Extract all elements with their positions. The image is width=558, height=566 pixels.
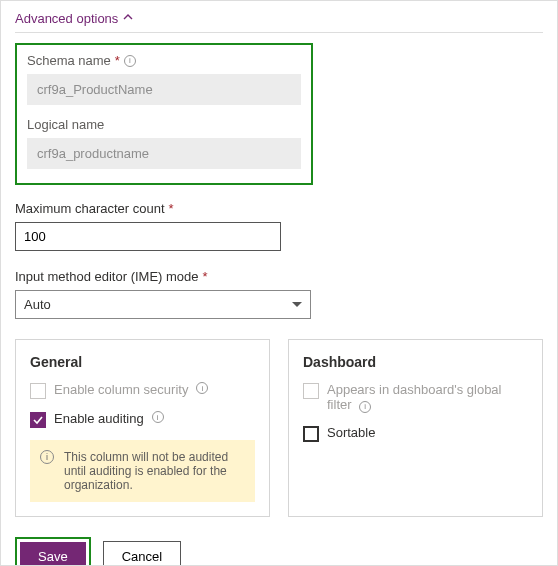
global-filter-checkbox[interactable] bbox=[303, 383, 319, 399]
save-highlight-box: Save bbox=[15, 537, 91, 566]
save-button[interactable]: Save bbox=[20, 542, 86, 566]
general-title: General bbox=[30, 354, 255, 370]
general-card: General Enable column security i Enable … bbox=[15, 339, 270, 517]
info-icon[interactable]: i bbox=[359, 401, 371, 413]
cancel-button[interactable]: Cancel bbox=[103, 541, 181, 566]
advanced-options-toggle[interactable]: Advanced options bbox=[15, 7, 543, 33]
info-icon: i bbox=[40, 450, 54, 464]
enable-column-security-checkbox[interactable] bbox=[30, 383, 46, 399]
schema-highlight-box: Schema name * i Logical name bbox=[15, 43, 313, 185]
auditing-warning: i This column will not be audited until … bbox=[30, 440, 255, 502]
logical-name-label: Logical name bbox=[27, 117, 301, 132]
info-icon[interactable]: i bbox=[196, 382, 208, 394]
logical-name-input bbox=[27, 138, 301, 169]
required-indicator: * bbox=[203, 269, 208, 284]
sortable-label: Sortable bbox=[327, 425, 375, 440]
enable-auditing-label: Enable auditing bbox=[54, 411, 144, 426]
advanced-options-label: Advanced options bbox=[15, 11, 118, 26]
dashboard-title: Dashboard bbox=[303, 354, 528, 370]
ime-mode-select[interactable]: Auto bbox=[15, 290, 311, 319]
info-icon[interactable]: i bbox=[124, 55, 136, 67]
max-count-label: Maximum character count * bbox=[15, 201, 543, 216]
schema-name-input bbox=[27, 74, 301, 105]
schema-name-label: Schema name * i bbox=[27, 53, 301, 68]
required-indicator: * bbox=[169, 201, 174, 216]
ime-mode-value: Auto bbox=[24, 297, 51, 312]
enable-auditing-checkbox[interactable] bbox=[30, 412, 46, 428]
enable-column-security-label: Enable column security bbox=[54, 382, 188, 397]
chevron-down-icon bbox=[292, 302, 302, 307]
chevron-up-icon bbox=[122, 11, 134, 26]
dashboard-card: Dashboard Appears in dashboard's global … bbox=[288, 339, 543, 517]
required-indicator: * bbox=[115, 53, 120, 68]
ime-mode-label: Input method editor (IME) mode * bbox=[15, 269, 543, 284]
info-icon[interactable]: i bbox=[152, 411, 164, 423]
global-filter-label: Appears in dashboard's global filter bbox=[327, 382, 502, 412]
max-count-input[interactable] bbox=[15, 222, 281, 251]
sortable-checkbox[interactable] bbox=[303, 426, 319, 442]
